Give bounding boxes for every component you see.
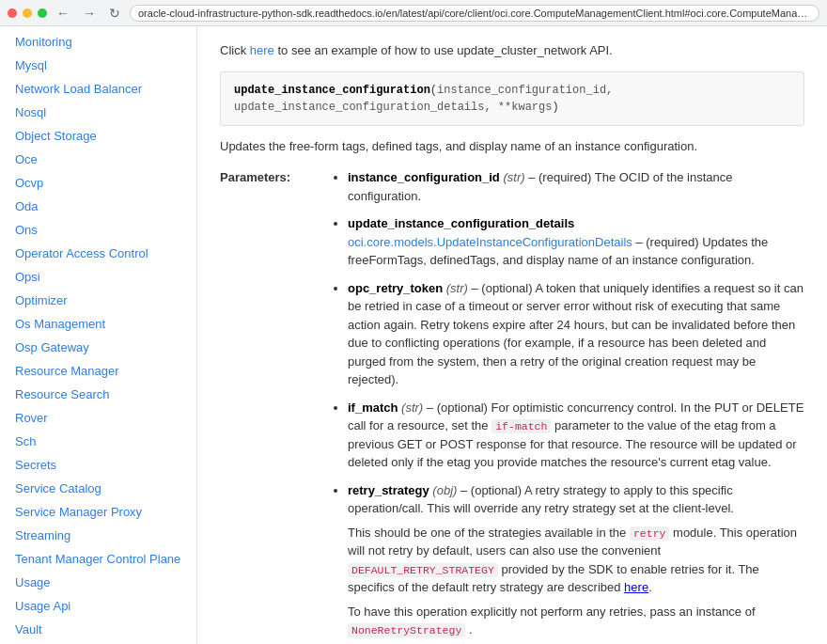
minimize-button[interactable] (23, 8, 32, 18)
sidebar-item-service-manager-proxy[interactable]: Service Manager Proxy (0, 500, 196, 524)
retry-code-2: DEFAULT_RETRY_STRATEGY (348, 563, 498, 577)
param-type-3: (str) (446, 281, 468, 295)
maximize-button[interactable] (38, 8, 47, 18)
back-button[interactable]: ← (53, 4, 73, 23)
param-desc-3: – (optional) A token that uniquely ident… (348, 281, 804, 387)
close-button[interactable] (8, 8, 17, 18)
retry-code-1: retry (630, 526, 670, 541)
param-type-1: (str) (503, 170, 524, 184)
sidebar-item-oce[interactable]: Oce (0, 148, 196, 171)
param-type-4: (str) (401, 401, 423, 415)
sidebar-item-resource-search[interactable]: Resource Search (0, 383, 196, 406)
sidebar-item-streaming[interactable]: Streaming (0, 524, 196, 547)
sidebar-item-service-catalog[interactable]: Service Catalog (0, 477, 196, 500)
sidebar-item-nosql[interactable]: Nosql (0, 101, 196, 124)
param-type-5: (obj) (432, 483, 457, 497)
sidebar-item-mysql[interactable]: Mysql (0, 54, 196, 77)
address-bar[interactable]: oracle-cloud-infrastructure-python-sdk.r… (130, 5, 819, 22)
sidebar-item-ons[interactable]: Ons (0, 218, 196, 242)
retry-link[interactable]: here (624, 580, 648, 594)
sidebar-item-operator-access-control[interactable]: Operator Access Control (0, 242, 196, 265)
retry-para-2: To have this operation explicitly not pe… (348, 603, 804, 639)
sidebar-item-opsi[interactable]: Opsi (0, 265, 196, 289)
forward-button[interactable]: → (79, 4, 100, 23)
sidebar-item-oda[interactable]: Oda (0, 195, 196, 218)
param-name-4: if_match (348, 401, 398, 415)
sidebar-item-usage[interactable]: Usage (0, 571, 196, 594)
sidebar-item-secrets[interactable]: Secrets (0, 453, 196, 477)
sidebar-item-ocvp[interactable]: Ocvp (0, 171, 196, 195)
description-text: Updates the free-form tags, defined tags… (220, 137, 804, 156)
sidebar-item-tenant-manager[interactable]: Tenant Manager Control Plane (0, 547, 196, 571)
sidebar-item-vault[interactable]: Vault (0, 618, 196, 641)
browser-chrome: ← → ↻ oracle-cloud-infrastructure-python… (0, 0, 827, 26)
param-if-match: if_match (str) – (optional) For optimist… (348, 399, 804, 472)
intro-prefix: Click (220, 43, 246, 57)
param-name-1: instance_configuration_id (348, 170, 500, 184)
retry-code-3: NoneRetryStrategy (348, 623, 465, 637)
param-retry-strategy: retry_strategy (obj) – (optional) A retr… (348, 481, 804, 639)
page-layout: Monitoring Mysql Network Load Balancer N… (0, 26, 827, 644)
parameters-section: Parameters: instance_configuration_id (s… (220, 168, 804, 644)
param-name-2: update_instance_configuration_details (348, 216, 574, 230)
sidebar-item-rover[interactable]: Rover (0, 406, 196, 430)
main-content: Click here to see an example of how to u… (197, 26, 827, 644)
sidebar-item-object-storage[interactable]: Object Storage (0, 124, 196, 148)
retry-para-1: This should be one of the strategies ava… (348, 524, 804, 597)
intro-suffix: to see an example of how to use update_c… (277, 43, 612, 57)
param-name-3: opc_retry_token (348, 281, 443, 295)
sidebar-item-monitoring[interactable]: Monitoring (0, 30, 196, 54)
param-opc-retry-token: opc_retry_token (str) – (optional) A tok… (348, 279, 804, 389)
params-list: instance_configuration_id (str) – (requi… (329, 168, 804, 644)
param-link-2[interactable]: oci.core.models.UpdateInstanceConfigurat… (348, 235, 632, 249)
sidebar-item-optimizer[interactable]: Optimizer (0, 289, 196, 312)
sidebar: Monitoring Mysql Network Load Balancer N… (0, 26, 197, 644)
sidebar-item-usage-api[interactable]: Usage Api (0, 594, 196, 618)
fn-name: update_instance_configuration (234, 84, 430, 97)
reload-button[interactable]: ↻ (105, 4, 124, 23)
intro-paragraph: Click here to see an example of how to u… (220, 41, 804, 60)
function-signature: update_instance_configuration(instance_c… (220, 71, 804, 126)
param-instance-configuration-id: instance_configuration_id (str) – (requi… (348, 168, 804, 205)
param-code-4a: if-match (492, 419, 551, 433)
sidebar-item-sch[interactable]: Sch (0, 430, 196, 453)
sidebar-item-network-load-balancer[interactable]: Network Load Balancer (0, 77, 196, 101)
param-update-instance-config-details: update_instance_configuration_details oc… (348, 214, 804, 270)
sidebar-item-os-management[interactable]: Os Management (0, 312, 196, 336)
sidebar-item-osp-gateway[interactable]: Osp Gateway (0, 336, 196, 359)
sidebar-item-resource-manager[interactable]: Resource Manager (0, 359, 196, 383)
param-name-5: retry_strategy (348, 483, 429, 497)
intro-link[interactable]: here (250, 43, 274, 57)
params-label: Parameters: (220, 168, 314, 644)
